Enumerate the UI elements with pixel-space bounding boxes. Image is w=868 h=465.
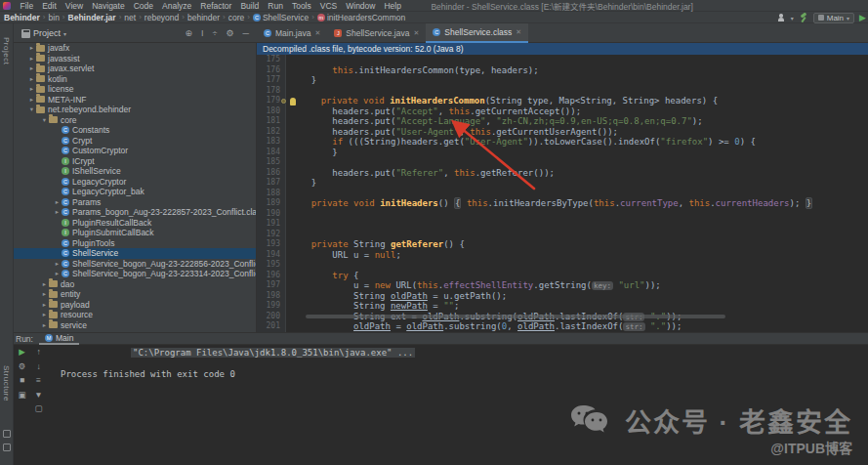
- menu-navigate[interactable]: Navigate: [88, 1, 130, 11]
- menu-code[interactable]: Code: [129, 1, 157, 11]
- tree-item-kotlin[interactable]: ▸kotlin: [14, 74, 256, 85]
- code-line-198[interactable]: 198 String oldPath = u.getPath();: [257, 291, 868, 302]
- code-line-175[interactable]: 175: [257, 55, 868, 65]
- user-profile-icon[interactable]: [777, 14, 786, 22]
- rerun-icon[interactable]: ▶: [19, 348, 25, 357]
- code-line-197[interactable]: 197 u = new URL(this.effectShellEntity.g…: [257, 280, 868, 291]
- run-configuration-select[interactable]: Main ▾: [813, 13, 854, 23]
- tree-item-resource[interactable]: ▸resource: [14, 310, 256, 320]
- up-stack-icon[interactable]: ↑: [36, 348, 40, 357]
- breadcrumb-item[interactable]: behinder: [187, 13, 220, 22]
- breadcrumb-item[interactable]: Behinder.jar: [68, 13, 116, 22]
- breadcrumb-item[interactable]: Behinder: [4, 13, 40, 22]
- code-line-188[interactable]: 188: [257, 189, 868, 199]
- code-line-183[interactable]: 183 if (((String)headers.get("User-Agent…: [257, 137, 868, 148]
- code-line-186[interactable]: 186 headers.put("Referer", this.getRefer…: [257, 168, 868, 179]
- stop-icon[interactable]: ■: [20, 376, 24, 385]
- code-line-179[interactable]: 179 private void initHeardersCommon(Stri…: [257, 96, 868, 106]
- chevron-closed-icon[interactable]: ▸: [40, 321, 49, 329]
- tree-item-dao[interactable]: ▸dao: [14, 279, 256, 290]
- code-line-184[interactable]: 184 }: [257, 148, 868, 158]
- tool-strip-structure-label[interactable]: Structure: [2, 365, 11, 402]
- chevron-closed-icon[interactable]: ▸: [40, 301, 49, 309]
- tab-shellservice-class[interactable]: CShellService.class✕: [426, 23, 528, 43]
- intention-bulb-icon[interactable]: [290, 98, 296, 106]
- chevron-closed-icon[interactable]: ▸: [27, 55, 36, 63]
- pin-icon[interactable]: ▣: [18, 391, 25, 400]
- tool-strip-project-label[interactable]: Project: [2, 37, 11, 64]
- tree-item-customcryptor[interactable]: CCustomCryptor: [14, 146, 256, 156]
- code-line-178[interactable]: 178: [257, 86, 868, 97]
- breadcrumb-item[interactable]: net: [124, 13, 136, 22]
- breadcrumb-item[interactable]: bin: [49, 13, 60, 22]
- tab-shellservice-java[interactable]: JShellService.java✕: [327, 23, 426, 43]
- code-line-180[interactable]: 180 headers.put("Accept", this.getCurren…: [257, 106, 868, 117]
- close-icon[interactable]: ✕: [516, 28, 521, 36]
- breadcrumb-item[interactable]: core: [228, 13, 245, 22]
- clear-icon[interactable]: ▢: [34, 404, 42, 413]
- tree-item-legacycryptor[interactable]: CLegacyCryptor: [14, 177, 256, 188]
- code-line-177[interactable]: 177 }: [257, 75, 868, 86]
- code-line-190[interactable]: 190: [257, 209, 868, 220]
- close-icon[interactable]: ✕: [413, 29, 419, 37]
- chevron-closed-icon[interactable]: ▸: [53, 270, 62, 277]
- project-panel-title[interactable]: Project ▾: [14, 28, 66, 38]
- menu-view[interactable]: View: [61, 1, 87, 11]
- code-line-176[interactable]: 176 this.initHeardersCommon(type, header…: [257, 65, 868, 76]
- code-line-187[interactable]: 187 }: [257, 178, 868, 189]
- tool-strip-icon[interactable]: [3, 430, 11, 438]
- tree-item-payload[interactable]: ▸payload: [14, 300, 256, 311]
- menu-run[interactable]: Run: [264, 1, 288, 11]
- chevron-closed-icon[interactable]: ▸: [53, 208, 62, 216]
- menu-analyze[interactable]: Analyze: [158, 1, 196, 11]
- chevron-open-icon[interactable]: ▾: [40, 116, 49, 124]
- code-line-189[interactable]: 189 private void initHeaders() { this.in…: [257, 198, 868, 209]
- soft-wrap-icon[interactable]: ≡: [36, 376, 41, 385]
- horizontal-scrollbar[interactable]: [306, 315, 725, 318]
- code-line-192[interactable]: 192: [257, 230, 868, 240]
- expand-all-icon[interactable]: Ι: [201, 29, 204, 38]
- chevron-closed-icon[interactable]: ▸: [40, 311, 49, 318]
- tree-item-pluginsubmitcallback[interactable]: IPluginSubmitCallBack: [14, 228, 256, 238]
- tree-item-params[interactable]: ▸CParams: [14, 197, 256, 208]
- tree-item-entity[interactable]: ▸entity: [14, 289, 256, 300]
- code-line-193[interactable]: 193 private String getReferer() {: [257, 239, 868, 250]
- code-line-196[interactable]: 196 try {: [257, 271, 868, 281]
- chevron-closed-icon[interactable]: ▸: [27, 96, 36, 104]
- menu-vcs[interactable]: VCS: [315, 1, 341, 11]
- breadcrumb-item[interactable]: minitHeardersCommon: [317, 13, 405, 22]
- menu-refactor[interactable]: Refactor: [196, 1, 236, 11]
- tree-item-javafx[interactable]: ▸javafx: [14, 43, 256, 54]
- tree-item-constants[interactable]: CConstants: [14, 125, 256, 136]
- tree-item-service[interactable]: ▸service: [14, 320, 256, 331]
- code-line-194[interactable]: 194 URL u = null;: [257, 250, 868, 261]
- tool-strip-icon[interactable]: [3, 444, 11, 451]
- code-line-201[interactable]: 201 oldPath = oldPath.substring(0, oldPa…: [257, 321, 868, 332]
- chevron-closed-icon[interactable]: ▸: [27, 44, 36, 52]
- tree-item-params_bogon_aug-23-222857-2023_conflict.class[interactable]: ▸CParams_bogon_Aug-23-222857-2023_Confli…: [14, 207, 256, 218]
- tree-item-meta-inf[interactable]: ▸META-INF: [14, 95, 256, 106]
- tab-main-java[interactable]: CMain.java✕: [257, 23, 327, 43]
- code-line-185[interactable]: 185: [257, 157, 868, 168]
- build-hammer-icon[interactable]: [799, 13, 808, 22]
- menu-help[interactable]: Help: [380, 1, 405, 11]
- tree-item-net.rebeyond.behinder[interactable]: ▾net.rebeyond.behinder: [14, 105, 256, 115]
- tree-item-core[interactable]: ▾core: [14, 115, 256, 126]
- tree-item-plugintools[interactable]: CPluginTools: [14, 238, 256, 249]
- tree-item-legacycryptor_bak[interactable]: CLegacyCryptor_bak: [14, 187, 256, 197]
- code-line-191[interactable]: 191: [257, 219, 868, 230]
- tree-item-pluginresultcallback[interactable]: IPluginResultCallBack: [14, 218, 256, 229]
- run-tab-main[interactable]: M Main: [39, 333, 79, 345]
- locate-file-icon[interactable]: ⊕: [186, 29, 193, 38]
- menu-window[interactable]: Window: [342, 1, 380, 11]
- menu-build[interactable]: Build: [236, 1, 264, 11]
- settings-icon[interactable]: ⚙: [227, 29, 234, 38]
- chevron-closed-icon[interactable]: ▸: [27, 64, 36, 72]
- chevron-closed-icon[interactable]: ▸: [53, 260, 62, 268]
- scroll-end-icon[interactable]: ▼: [34, 391, 42, 400]
- tree-item-license[interactable]: ▸license: [14, 84, 256, 95]
- tree-item-javassist[interactable]: ▸javassist: [14, 54, 256, 64]
- chevron-closed-icon[interactable]: ▸: [27, 75, 36, 83]
- code-editor[interactable]: Decompiled .class file, bytecode version…: [257, 43, 868, 332]
- code-line-182[interactable]: 182 headers.put("User-Agent", this.getCu…: [257, 127, 868, 138]
